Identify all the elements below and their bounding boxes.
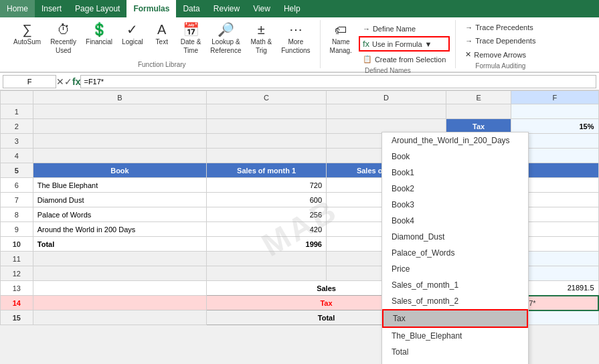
text-icon: A xyxy=(157,23,166,36)
dropdown-item[interactable]: Around_the_World_in_200_Days xyxy=(382,132,528,149)
trace-dependents-icon: → xyxy=(465,37,473,45)
tab-view[interactable]: View xyxy=(246,0,277,17)
use-in-formula-button[interactable]: fx Use in Formula ▼ xyxy=(359,36,450,52)
logical-label: Logical xyxy=(122,37,143,46)
defined-names-label: Defined Names xyxy=(365,67,411,74)
name-manager-button[interactable]: 🏷 NameManag. xyxy=(326,21,356,58)
col-header-b[interactable]: B xyxy=(33,91,206,104)
defined-names-group: 🏷 NameManag. → Define Name fx Use in For… xyxy=(321,20,456,68)
cancel-formula-icon[interactable]: ✕ xyxy=(56,76,64,87)
dropdown-item[interactable]: Book3 xyxy=(382,197,528,213)
date-time-icon: 📅 xyxy=(183,23,199,36)
dropdown-item[interactable]: Price xyxy=(382,261,528,277)
lookup-icon: 🔎 xyxy=(218,23,234,36)
function-library-group: ∑ AutoSum ⏱ RecentlyUsed 💲 Financial ✓ L… xyxy=(4,20,321,68)
logical-icon: ✓ xyxy=(126,23,138,36)
dropdown-item[interactable]: Book1 xyxy=(382,165,528,181)
row-num: 3 xyxy=(1,134,33,149)
row-num: 14 xyxy=(1,296,33,310)
row-num: 7 xyxy=(1,193,33,207)
logical-button[interactable]: ✓ Logical xyxy=(118,20,147,49)
trace-precedents-button[interactable]: → Trace Precedents xyxy=(461,21,539,33)
recently-used-button[interactable]: ⏱ RecentlyUsed xyxy=(46,20,80,58)
row-num: 5 xyxy=(1,163,33,178)
col-header-f[interactable]: F xyxy=(511,91,598,104)
dropdown-arrow-icon: ▼ xyxy=(425,40,432,48)
tab-formulas[interactable]: Formulas xyxy=(126,0,176,17)
trace-precedents-icon: → xyxy=(465,23,473,31)
text-button[interactable]: A Text xyxy=(149,20,175,49)
autosum-label: AutoSum xyxy=(13,37,41,46)
use-in-formula-icon: fx xyxy=(363,39,369,49)
row-num: 4 xyxy=(1,149,33,163)
table-row: 1 xyxy=(1,104,599,119)
dropdown-item[interactable]: Book xyxy=(382,149,528,165)
math-trig-button[interactable]: ± Math &Trig xyxy=(247,20,276,58)
name-manager-label: NameManag. xyxy=(330,37,352,55)
date-time-button[interactable]: 📅 Date &Time xyxy=(177,20,205,58)
col-header-c[interactable]: C xyxy=(207,91,327,104)
dropdown-item[interactable]: Total xyxy=(382,344,528,360)
formula-input[interactable] xyxy=(80,75,596,88)
text-label: Text xyxy=(156,37,168,46)
dropdown-item[interactable]: The_Blue_Elephant xyxy=(382,328,528,344)
insert-function-icon[interactable]: fx xyxy=(72,76,80,87)
tab-home[interactable]: Home xyxy=(0,0,35,17)
trace-dependents-label: Trace Dependents xyxy=(475,37,535,45)
ribbon-content: ∑ AutoSum ⏱ RecentlyUsed 💲 Financial ✓ L… xyxy=(0,17,599,72)
financial-label: Financial xyxy=(86,37,112,46)
formula-bar: ✕ ✓ fx xyxy=(0,73,599,90)
col-header-e[interactable]: E xyxy=(446,91,511,104)
use-in-formula-label: Use in Formula xyxy=(372,40,422,48)
dropdown-item[interactable]: Diamond_Dust xyxy=(382,229,528,245)
dropdown-item[interactable]: Book4 xyxy=(382,213,528,229)
name-manager-icon: 🏷 xyxy=(335,24,347,36)
row-num: 8 xyxy=(1,207,33,222)
function-library-label: Function Library xyxy=(138,61,186,68)
dropdown-item[interactable]: Book2 xyxy=(382,181,528,197)
tab-review[interactable]: Review xyxy=(207,0,246,17)
dropdown-item-tax[interactable]: Tax xyxy=(382,309,528,328)
use-in-formula-dropdown: Around_the_World_in_200_Days Book Book1 … xyxy=(381,132,529,364)
more-functions-label: MoreFunctions xyxy=(281,37,310,55)
math-icon: ± xyxy=(258,23,265,36)
remove-arrows-button[interactable]: ✕ Remove Arrows xyxy=(461,48,539,61)
tab-insert[interactable]: Insert xyxy=(35,0,68,17)
spreadsheet-container: MAB B C D E F 1 2 xyxy=(0,90,599,364)
col-header-d[interactable]: D xyxy=(327,91,446,104)
financial-button[interactable]: 💲 Financial xyxy=(82,20,116,49)
lookup-reference-button[interactable]: 🔎 Lookup &Reference xyxy=(206,20,245,58)
tab-page-layout[interactable]: Page Layout xyxy=(68,0,126,17)
define-name-button[interactable]: → Define Name xyxy=(359,23,450,35)
autosum-button[interactable]: ∑ AutoSum xyxy=(9,20,45,49)
ribbon-tabs: Home Insert Page Layout Formulas Data Re… xyxy=(0,0,599,17)
row-num: 1 xyxy=(1,104,33,119)
remove-arrows-icon: ✕ xyxy=(465,50,471,59)
row-num: 15 xyxy=(1,310,33,325)
dropdown-item[interactable]: Palace_of_Words xyxy=(382,245,528,261)
remove-arrows-label: Remove Arrows xyxy=(474,51,526,59)
tab-data[interactable]: Data xyxy=(176,0,206,17)
dropdown-item[interactable]: Total_books_sold xyxy=(382,360,528,364)
row-num: 6 xyxy=(1,178,33,193)
dropdown-item[interactable]: Sales_of_month_2 xyxy=(382,293,528,309)
dropdown-item[interactable]: Sales_of_month_1 xyxy=(382,277,528,293)
row-num: 11 xyxy=(1,252,33,266)
math-label: Math &Trig xyxy=(251,37,272,55)
tab-help[interactable]: Help xyxy=(277,0,307,17)
define-name-label: Define Name xyxy=(373,25,416,33)
row-num: 9 xyxy=(1,222,33,237)
function-buttons: ∑ AutoSum ⏱ RecentlyUsed 💲 Financial ✓ L… xyxy=(9,20,315,60)
confirm-formula-icon[interactable]: ✓ xyxy=(64,76,72,87)
recently-used-label: RecentlyUsed xyxy=(50,37,76,55)
autosum-icon: ∑ xyxy=(22,23,31,36)
more-functions-button[interactable]: ⋯ MoreFunctions xyxy=(277,20,314,58)
trace-precedents-label: Trace Precedents xyxy=(475,23,533,31)
formula-auditing-label: Formula Auditing xyxy=(475,62,525,70)
trace-dependents-button[interactable]: → Trace Dependents xyxy=(461,35,539,47)
name-box[interactable] xyxy=(3,75,56,88)
row-num: 10 xyxy=(1,237,33,252)
create-from-selection-icon: 📋 xyxy=(363,55,372,64)
create-from-selection-button[interactable]: 📋 Create from Selection xyxy=(359,53,450,66)
lookup-label: Lookup &Reference xyxy=(210,37,241,55)
